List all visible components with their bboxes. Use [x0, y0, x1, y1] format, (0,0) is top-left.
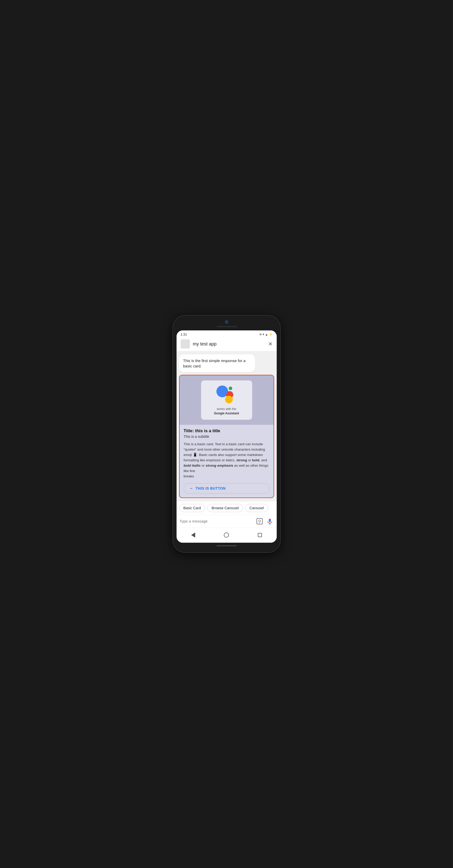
- card-subtitle: This is a subtitle: [184, 435, 270, 439]
- home-icon: [224, 532, 229, 537]
- lens-button[interactable]: [256, 518, 263, 525]
- ga-dot-green: [229, 386, 232, 390]
- svg-point-1: [259, 520, 261, 522]
- card-title: Title: this is a title: [184, 428, 270, 433]
- home-button[interactable]: [222, 530, 231, 539]
- back-icon: [191, 532, 195, 537]
- card-button-label: THIS IS BUTTON: [196, 486, 226, 490]
- phone-screen: 1:31 ⊖ ▾ ▲ ⚡ my test app ✕ This is the f…: [176, 331, 277, 542]
- svg-rect-0: [257, 519, 262, 524]
- google-assistant-badge: works with the Google Assistant: [201, 380, 252, 420]
- close-button[interactable]: ✕: [268, 341, 273, 347]
- battery-icon: ⚡: [269, 333, 273, 336]
- mic-button[interactable]: [266, 518, 274, 525]
- ga-dot-yellow: [225, 396, 233, 403]
- message-input[interactable]: [180, 519, 253, 523]
- chip-basic-card[interactable]: Basic Card: [179, 504, 205, 512]
- arrow-icon: →: [189, 486, 193, 491]
- card-action-button[interactable]: → THIS IS BUTTON: [184, 483, 270, 493]
- lens-icon: [256, 518, 263, 525]
- status-time: 1:31: [181, 333, 187, 336]
- app-title: my test app: [193, 341, 265, 347]
- ga-badge-text: works with the Google Assistant: [214, 407, 239, 415]
- card-content: Title: this is a title This is a subtitl…: [180, 425, 274, 497]
- status-icons: ⊖ ▾ ▲ ⚡: [259, 333, 273, 336]
- svg-rect-3: [269, 519, 271, 522]
- bottom-bar: [217, 545, 237, 546]
- dnd-icon: ⊖: [259, 333, 262, 336]
- recents-button[interactable]: [255, 530, 264, 539]
- app-header: my test app ✕: [176, 337, 277, 351]
- chip-browse-carousel[interactable]: Browse Carousel: [207, 504, 243, 512]
- chip-carousel[interactable]: Carousel: [245, 504, 268, 512]
- camera: [225, 320, 228, 324]
- status-bar: 1:31 ⊖ ▾ ▲ ⚡: [176, 331, 277, 337]
- simple-response-text: This is the first simple response for a …: [183, 359, 246, 368]
- recents-icon: [258, 533, 262, 537]
- mic-icon: [266, 518, 273, 525]
- basic-card: works with the Google Assistant Title: t…: [179, 375, 274, 498]
- card-body: This is a basic card. Text in a basic ca…: [184, 442, 270, 479]
- navigation-bar: [176, 528, 277, 543]
- signal-icon: ▲: [265, 333, 268, 336]
- chat-area: This is the first simple response for a …: [176, 351, 277, 501]
- wifi-icon: ▾: [263, 333, 264, 336]
- ga-logo-dots: [217, 385, 237, 403]
- simple-response-bubble: This is the first simple response for a …: [179, 354, 255, 372]
- ga-badge-line2: Google Assistant: [214, 411, 239, 415]
- input-area: [176, 515, 277, 528]
- back-button[interactable]: [189, 530, 198, 539]
- ga-badge-line1: works with the: [217, 407, 236, 411]
- speaker: [217, 326, 237, 327]
- phone-frame: 1:31 ⊖ ▾ ▲ ⚡ my test app ✕ This is the f…: [173, 316, 280, 552]
- card-image-area: works with the Google Assistant: [180, 375, 274, 425]
- app-icon: [181, 339, 190, 348]
- suggestion-chips: Basic Card Browse Carousel Carousel: [176, 501, 277, 515]
